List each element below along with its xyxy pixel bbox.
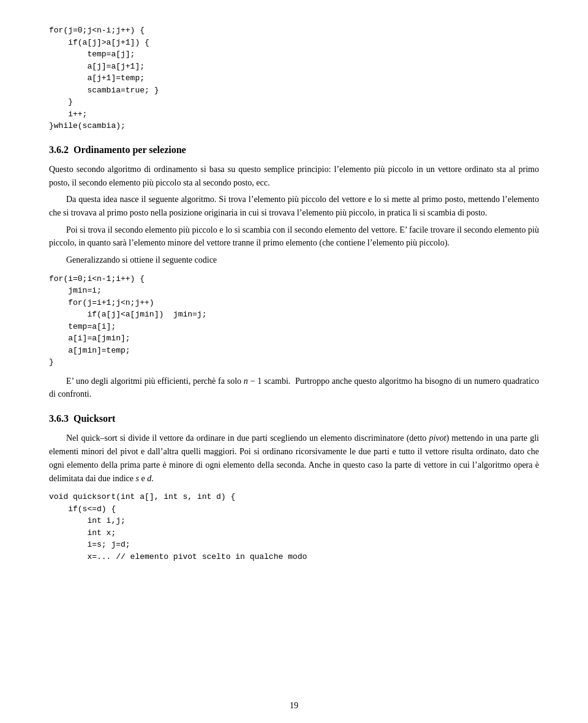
top-code-block: for(j=0;j<n-i;j++) { if(a[j]>a[j+1]) { t…	[49, 24, 539, 132]
section-363-heading: 3.6.3 Quicksort	[49, 412, 539, 425]
section-362-title: Ordinamento per selezione	[74, 144, 186, 155]
page: for(j=0;j<n-i;j++) { if(a[j]>a[j+1]) { t…	[0, 0, 588, 723]
section-363-number: 3.6.3	[49, 413, 69, 424]
middle-code-block: for(i=0;i<n-1;i++) { jmin=i; for(j=i+1;j…	[49, 273, 539, 369]
section-362-para1: Questo secondo algoritmo di ordinamento …	[49, 163, 539, 189]
section-362-para3: Poi si trova il secondo elemento più pic…	[49, 223, 539, 250]
section-362-number: 3.6.2	[49, 144, 69, 155]
bottom-code-block: void quicksort(int a[], int s, int d) { …	[49, 491, 539, 563]
section-363-para1: Nel quick–sort si divide il vettore da o…	[49, 432, 539, 485]
section-363-title: Quicksort	[74, 413, 115, 424]
page-number: 19	[290, 701, 298, 711]
section-362-para2: Da questa idea nasce il seguente algorit…	[49, 193, 539, 219]
section-362-heading: 3.6.2 Ordinamento per selezione	[49, 143, 539, 157]
section-362-after-para1: E’ uno degli algoritmi più efficienti, p…	[49, 375, 539, 401]
section-362-para4: Generalizzando si ottiene il seguente co…	[49, 253, 539, 267]
